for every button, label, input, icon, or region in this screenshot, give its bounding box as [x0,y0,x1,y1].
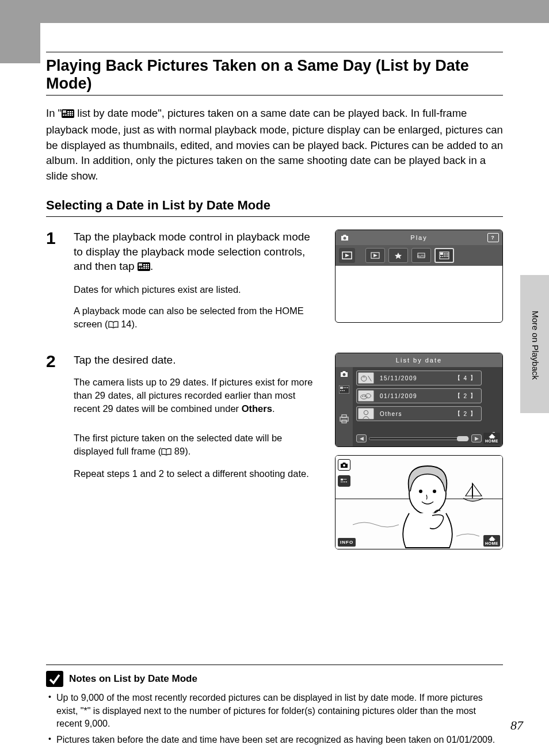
intro-text-before: In " [46,107,62,119]
scroll-track[interactable] [369,437,469,440]
intro-text-after: list by date mode", pictures taken on a … [46,107,503,182]
camera-icon[interactable] [340,371,349,379]
page-number: 87 [510,718,523,733]
svg-rect-46 [440,256,441,257]
svg-rect-7 [70,113,71,114]
svg-text:12: 12 [63,111,66,114]
svg-text:12: 12 [139,264,142,267]
svg-rect-17 [143,264,145,265]
mode-toolbar: AUTO [336,245,502,266]
note-item: Up to 9,000 of the most recently recorde… [48,692,503,730]
bracket: 】 [470,410,477,418]
page-header-left-block [0,23,40,63]
bracket: 】 [470,374,477,382]
date-thumbnail [358,408,374,419]
date-row[interactable]: 01/11/2009 【 2 】 [356,388,482,403]
svg-rect-43 [444,255,445,256]
preview-illustration [336,456,503,549]
bracket: 】 [470,392,477,400]
step-1-instruction: Tap the playback mode control in playbac… [74,230,315,275]
svg-text:AUTO: AUTO [417,254,425,258]
full-frame-preview-screen: INFO HOME [335,455,503,549]
step-2: 2 Tap the desired date. The camera lists… [46,353,503,549]
step-1-text: Tap the playback mode control in playbac… [74,231,310,272]
svg-rect-41 [445,253,447,254]
playback-mode-control-icon[interactable] [339,248,355,263]
svg-rect-21 [146,266,147,267]
svg-rect-50 [447,256,448,257]
svg-rect-91 [344,479,345,479]
date-list: 15/11/2009 【 4 】 01/11/2009 【 2 】 [356,371,482,424]
preview-body: INFO HOME [336,456,502,549]
reference-icon [161,446,171,459]
svg-rect-79 [359,408,373,419]
date-row[interactable]: Others 【 2 】 [356,406,482,421]
svg-rect-90 [341,479,343,480]
svg-rect-94 [342,482,344,482]
screen-title: Play [354,234,484,241]
step-number: 1 [46,230,63,340]
svg-rect-10 [65,114,67,116]
svg-point-87 [419,490,422,493]
right-icon-strip: HOME [485,367,502,446]
svg-rect-42 [447,253,448,254]
list-by-date-button[interactable] [434,248,454,263]
svg-rect-24 [141,268,143,269]
normal-playback-button[interactable] [365,248,385,263]
svg-rect-95 [344,482,345,482]
svg-point-88 [433,490,436,493]
svg-rect-44 [445,255,447,256]
svg-point-89 [343,464,345,467]
left-icon-strip [336,367,353,446]
svg-rect-27 [148,268,149,269]
list-by-date-icon[interactable] [339,385,349,395]
svg-rect-45 [447,255,448,256]
date-thumbnail [358,372,374,384]
notes-title: Notes on List by Date Mode [69,673,197,685]
screen-topbar: Play ? [336,230,502,245]
notes-header: Notes on List by Date Mode [46,671,503,687]
page-header-bar [0,0,549,23]
list-by-date-icon[interactable] [338,475,350,487]
notes-section: Notes on List by Date Mode Up to 9,000 o… [46,665,503,747]
svg-marker-97 [489,536,495,541]
svg-rect-3 [67,111,69,112]
camera-icon [338,232,352,243]
step-2-sub1-text: The camera lists up to 29 dates. If pict… [74,377,312,414]
reference-icon [108,319,119,332]
date-count: 2 [463,393,467,399]
date-text: 15/11/2009 [380,375,452,381]
svg-rect-72 [359,373,373,384]
svg-rect-49 [445,256,447,257]
svg-rect-13 [72,114,73,116]
svg-rect-61 [344,390,345,391]
home-button[interactable]: HOME [483,535,500,547]
date-count: 4 [463,375,467,381]
svg-rect-25 [143,268,145,269]
auto-sort-button[interactable]: AUTO [411,248,431,263]
svg-rect-23 [139,268,140,269]
print-icon[interactable] [339,414,349,425]
scroll-thumb[interactable] [457,436,468,441]
svg-marker-35 [395,253,402,259]
scroll-left-button[interactable]: ◀ [356,434,367,442]
section-heading: Selecting a Date in List by Date Mode [46,198,503,217]
svg-rect-9 [63,114,64,116]
scroll-right-button[interactable]: ▶ [471,434,482,442]
date-row[interactable]: 15/11/2009 【 4 】 [356,371,482,385]
list-by-date-screen: List by date HOME [335,353,503,447]
preview-left-icons [338,459,350,487]
date-text: Others [380,411,452,417]
step-2-ref: 89). [171,446,190,456]
svg-rect-6 [67,113,69,114]
home-button[interactable]: HOME [483,433,500,444]
notes-list: Up to 9,000 of the most recently recorde… [46,692,503,747]
svg-rect-93 [341,482,342,482]
camera-icon[interactable] [338,459,350,471]
step-2-sub1-bold: Others [242,403,272,414]
favorite-button[interactable] [388,248,408,263]
info-button[interactable]: INFO [338,538,356,547]
step-1-sub2: A playback mode can also be selected fro… [74,304,315,332]
step-1: 1 Tap the playback mode control in playb… [46,230,503,340]
scroll-bar: ◀ ▶ [356,434,482,443]
